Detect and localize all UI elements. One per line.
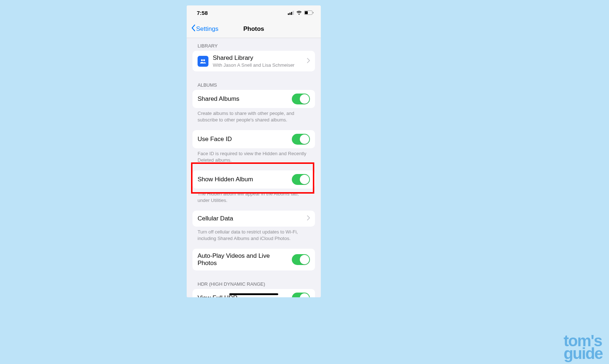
group-shared-albums: Shared Albums — [192, 90, 315, 108]
cellular-icon — [288, 11, 294, 15]
home-indicator[interactable] — [229, 293, 278, 295]
chevron-right-icon — [307, 58, 310, 65]
footer-use-face-id: Face ID is required to view the Hidden a… — [187, 148, 321, 166]
status-bar: 7:58 — [187, 5, 321, 20]
footer-cellular-data: Turn off cellular data to restrict updat… — [187, 227, 321, 244]
toggle-shared-albums[interactable] — [292, 94, 310, 104]
footer-shared-albums: Create albums to share with other people… — [187, 108, 321, 126]
use-face-id-label: Use Face ID — [198, 136, 287, 143]
shared-library-subtitle: With Jason A Snell and Lisa Schmeiser — [213, 62, 303, 68]
row-shared-albums[interactable]: Shared Albums — [192, 90, 315, 108]
watermark-line2: guide — [564, 347, 602, 360]
shared-albums-label: Shared Albums — [198, 95, 287, 103]
status-icons — [288, 11, 314, 15]
section-header-albums: ALBUMS — [187, 71, 321, 90]
group-face-id: Use Face ID — [192, 130, 315, 148]
toggle-view-full-hdr[interactable] — [292, 293, 310, 297]
group-autoplay: Auto-Play Videos and Live Photos — [192, 249, 315, 270]
autoplay-label: Auto-Play Videos and Live Photos — [198, 252, 287, 267]
battery-icon — [304, 11, 314, 15]
shared-library-icon — [198, 56, 208, 67]
wifi-icon — [296, 11, 302, 15]
svg-rect-6 — [313, 12, 314, 13]
cellular-data-label: Cellular Data — [198, 215, 303, 222]
row-cellular-data[interactable]: Cellular Data — [192, 211, 315, 227]
row-show-hidden-album[interactable]: Show Hidden Album — [192, 170, 315, 189]
toggle-autoplay[interactable] — [292, 254, 310, 265]
svg-point-8 — [203, 59, 205, 61]
shared-library-title: Shared Library — [213, 54, 303, 62]
group-cellular-data: Cellular Data — [192, 211, 315, 227]
svg-rect-0 — [288, 13, 289, 15]
back-button[interactable]: Settings — [191, 24, 218, 33]
settings-content: LIBRARY Shared Library With Jason A Snel… — [187, 38, 321, 297]
footer-show-hidden: The Hidden album will appear in the Albu… — [187, 189, 321, 206]
chevron-left-icon — [191, 24, 195, 33]
group-show-hidden: Show Hidden Album — [192, 170, 315, 189]
watermark: tom's guide — [564, 334, 602, 360]
chevron-right-icon — [307, 215, 310, 222]
show-hidden-label: Show Hidden Album — [198, 176, 287, 183]
svg-rect-5 — [305, 11, 308, 14]
svg-rect-2 — [291, 12, 292, 15]
back-label: Settings — [196, 25, 218, 33]
row-use-face-id[interactable]: Use Face ID — [192, 130, 315, 148]
svg-rect-3 — [293, 11, 294, 15]
group-library: Shared Library With Jason A Snell and Li… — [192, 51, 315, 71]
svg-point-7 — [201, 59, 203, 61]
toggle-use-face-id[interactable] — [292, 134, 310, 145]
svg-rect-1 — [290, 13, 291, 15]
row-shared-library[interactable]: Shared Library With Jason A Snell and Li… — [192, 51, 315, 71]
section-header-library: LIBRARY — [187, 38, 321, 51]
nav-bar: Settings Photos — [187, 20, 321, 38]
status-time: 7:58 — [194, 10, 208, 16]
row-autoplay[interactable]: Auto-Play Videos and Live Photos — [192, 249, 315, 270]
section-header-hdr: HDR (HIGH DYNAMIC RANGE) — [187, 270, 321, 289]
phone-frame: 7:58 Settings Photos LIBRARY — [187, 5, 321, 297]
toggle-show-hidden-album[interactable] — [292, 174, 310, 185]
